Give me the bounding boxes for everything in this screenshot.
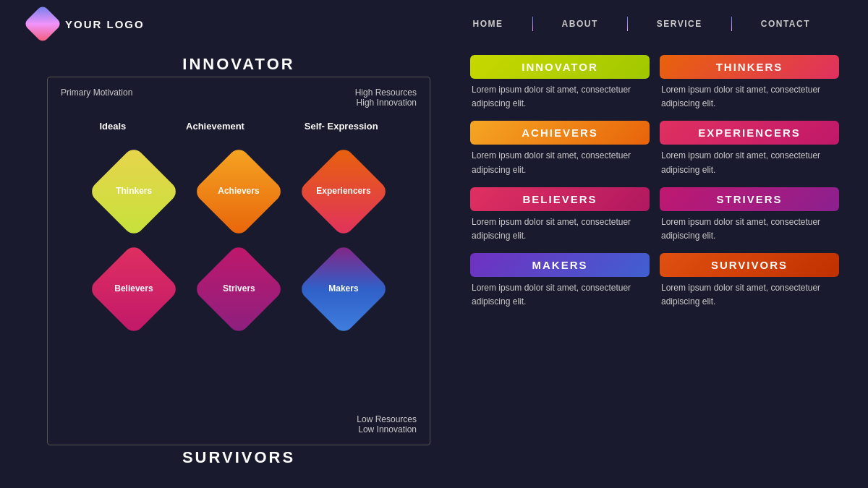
left-panel: INNOVATOR Primary Motivation High Resour…	[29, 48, 448, 488]
diamonds-row-2: Believers Strivers Makers	[93, 247, 386, 330]
card-body-achievers: Lorem ipsum dolor sit amet, consectetuer…	[470, 149, 650, 176]
diamond-thinkers-wrap: Thinkers	[93, 150, 176, 233]
diamond-achievers: Achievers	[192, 145, 284, 237]
card-innovator: INNOVATOR Lorem ipsum dolor sit amet, co…	[470, 55, 650, 111]
diamond-experiencers-wrap: Experiencers	[302, 150, 386, 233]
card-header-innovator: INNOVATOR	[470, 55, 650, 79]
card-body-strivers: Lorem ipsum dolor sit amet, consectetuer…	[660, 215, 839, 243]
diamond-achievers-label: Achievers	[218, 186, 259, 197]
nav-contact[interactable]: CONTACT	[732, 19, 839, 29]
navigation: YOUR LOGO HOME ABOUT SERVICE CONTACT	[0, 0, 868, 48]
diamond-makers: Makers	[297, 243, 389, 335]
nav-about[interactable]: ABOUT	[533, 19, 627, 29]
card-body-makers: Lorem ipsum dolor sit amet, consectetuer…	[470, 281, 650, 309]
diamond-strivers: Strivers	[192, 243, 284, 335]
right-panel: INNOVATOR Lorem ipsum dolor sit amet, co…	[470, 48, 839, 488]
col-label-achievement: Achievement	[186, 121, 244, 132]
logo-area: YOUR LOGO	[29, 10, 145, 38]
card-body-survivors: Lorem ipsum dolor sit amet, consectetuer…	[660, 281, 839, 309]
low-resources-label: Low ResourcesLow Innovation	[357, 414, 417, 435]
card-makers: MAKERS Lorem ipsum dolor sit amet, conse…	[470, 253, 650, 309]
column-labels: Ideals Achievement Self- Expression	[48, 121, 430, 132]
diamonds-grid: Thinkers Achievers Experiencers	[48, 150, 430, 330]
card-header-believers: BELIEVERS	[470, 187, 650, 211]
card-body-innovator: Lorem ipsum dolor sit amet, consectetuer…	[470, 83, 650, 111]
diamond-strivers-label: Strivers	[223, 283, 255, 295]
card-believers: BELIEVERS Lorem ipsum dolor sit amet, co…	[470, 187, 650, 243]
card-body-experiencers: Lorem ipsum dolor sit amet, consectetuer…	[660, 149, 839, 176]
card-header-strivers: STRIVERS	[660, 187, 839, 211]
diamond-makers-label: Makers	[328, 283, 358, 295]
card-header-experiencers: EXPERIENCERS	[660, 121, 839, 145]
card-achievers: ACHIEVERS Lorem ipsum dolor sit amet, co…	[470, 121, 650, 176]
diamond-believers-wrap: Believers	[93, 247, 176, 330]
card-header-makers: MAKERS	[470, 253, 650, 277]
diamond-achievers-wrap: Achievers	[197, 150, 281, 233]
card-body-believers: Lorem ipsum dolor sit amet, consectetuer…	[470, 215, 650, 243]
diamond-believers: Believers	[88, 243, 179, 335]
col-label-self-expression: Self- Expression	[305, 121, 378, 132]
card-experiencers: EXPERIENCERS Lorem ipsum dolor sit amet,…	[660, 121, 839, 176]
nav-service[interactable]: SERVICE	[628, 19, 731, 29]
nav-home[interactable]: HOME	[444, 19, 532, 29]
card-header-survivors: SURVIVORS	[660, 253, 839, 277]
diamond-experiencers-label: Experiencers	[316, 186, 370, 197]
card-header-achievers: ACHIEVERS	[470, 121, 650, 145]
card-thinkers: THINKERS Lorem ipsum dolor sit amet, con…	[660, 55, 839, 111]
col-label-ideals: Ideals	[99, 121, 126, 132]
diamond-thinkers: Thinkers	[88, 145, 179, 237]
diamond-strivers-wrap: Strivers	[197, 247, 281, 330]
diagram-box: Primary Motivation High ResourcesHigh In…	[47, 77, 430, 445]
diamonds-row-1: Thinkers Achievers Experiencers	[93, 150, 386, 233]
survivors-title: SURVIVORS	[29, 448, 448, 467]
diamond-experiencers: Experiencers	[297, 145, 389, 237]
diamond-believers-label: Believers	[114, 283, 153, 295]
diamond-thinkers-label: Thinkers	[116, 186, 152, 197]
logo-icon	[23, 4, 62, 43]
primary-motivation-label: Primary Motivation	[61, 87, 132, 98]
card-survivors: SURVIVORS Lorem ipsum dolor sit amet, co…	[660, 253, 839, 309]
card-header-thinkers: THINKERS	[660, 55, 839, 79]
innovator-title: INNOVATOR	[29, 55, 448, 74]
card-strivers: STRIVERS Lorem ipsum dolor sit amet, con…	[660, 187, 839, 243]
card-body-thinkers: Lorem ipsum dolor sit amet, consectetuer…	[660, 83, 839, 111]
main-content: INNOVATOR Primary Motivation High Resour…	[0, 48, 868, 488]
high-resources-label: High ResourcesHigh Innovation	[355, 87, 417, 108]
nav-links: HOME ABOUT SERVICE CONTACT	[444, 17, 839, 31]
diamond-makers-wrap: Makers	[302, 247, 386, 330]
logo-text: YOUR LOGO	[65, 18, 145, 30]
